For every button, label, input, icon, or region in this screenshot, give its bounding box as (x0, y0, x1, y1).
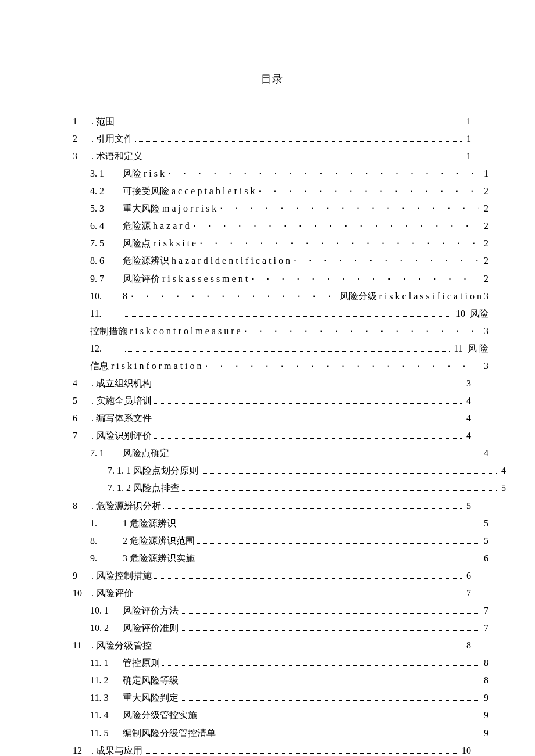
toc-leader (181, 622, 479, 631)
toc-leader (154, 640, 462, 648)
toc-page-number: 4 (482, 445, 488, 462)
toc-number: 8. (90, 532, 123, 550)
toc-label: . 风险控制措施 (91, 567, 152, 585)
toc-entry: 5. 实施全员培训4 (73, 392, 471, 410)
toc-number: 3 (73, 148, 91, 165)
toc-entry: 9.3 危险源辨识实施6 (73, 550, 488, 567)
toc-number: 11. (90, 305, 123, 323)
toc-page-number: 5 (464, 497, 471, 515)
toc-label: . 范围 (91, 113, 115, 130)
toc-number: 9. 7 (90, 270, 123, 288)
toc-number: 10. (90, 288, 123, 305)
toc-leader (172, 447, 479, 456)
toc-label: 1 危险源辨识 (123, 515, 176, 532)
toc-label: . 风险评价 (91, 585, 133, 602)
toc-label: 风险评价 r i s k a s s e s s m e n t (123, 270, 248, 288)
toc-continuation: 控制措施 r i s k c o n t r o l m e a s u r e… (73, 323, 488, 340)
toc-leader (218, 727, 479, 736)
toc-number: 11. 4 (90, 707, 123, 724)
toc-leader (145, 151, 462, 159)
toc-leader (179, 517, 479, 526)
toc-entry: 6. 4危险源 h a z a r d2 (73, 217, 488, 235)
toc-entry: 11. 3重大风险判定9 (73, 689, 488, 707)
toc-number: 11. 1 (90, 654, 123, 672)
toc-page-number: 5 (499, 479, 506, 497)
toc-label: . 术语和定义 (91, 148, 142, 165)
toc-entry: 7. 1. 1 风险点划分原则4 (73, 462, 506, 479)
toc-label: 风险评价方法 (123, 602, 179, 619)
toc-leader (219, 200, 479, 217)
toc-label: . 成果与应用 (91, 742, 142, 756)
toc-entry: 10 . 风险评价7 (73, 585, 471, 602)
toc-label: 可接受风险 a c c e p t a b l e r i s k (123, 182, 255, 200)
toc-label: 7. 1. 2 风险点排查 (108, 479, 180, 497)
toc-number: 4 (73, 375, 91, 392)
toc-entry: 8. 危险源辨识分析5 (73, 497, 471, 515)
toc-entry: 4. 成立组织机构3 (73, 375, 471, 392)
toc-label: . 危险源辨识分析 (91, 497, 161, 515)
toc-page-number: 5 (482, 532, 488, 550)
toc-leader (125, 307, 451, 316)
toc-entry: 11. 4风险分级管控实施9 (73, 707, 488, 724)
toc-page-number: 7 (464, 585, 471, 602)
toc-entry: 10. 1风险评价方法7 (73, 602, 488, 619)
toc-entry: 11. 2确定风险等级8 (73, 672, 488, 689)
toc-page-number: 7 (482, 602, 488, 619)
toc-number: 4. 2 (90, 182, 123, 200)
toc-page-number: 6 (482, 550, 488, 567)
toc-number: 5. 3 (90, 200, 123, 217)
toc-label: . 实施全员培训 (91, 392, 152, 410)
toc-entry: 7. 风险识别评价4 (73, 427, 471, 445)
toc-entry: 8.2 危险源辨识范围5 (73, 532, 488, 550)
toc-page-number: 3 (482, 357, 488, 375)
toc-leader (181, 605, 479, 614)
toc-trail: 风 险 (463, 340, 488, 357)
toc-number: 1 (73, 113, 91, 130)
table-of-contents: 1. 范围12. 引用文件13. 术语和定义13. 1风险 r i s k14.… (73, 113, 471, 756)
toc-page-number: 7 (482, 619, 488, 637)
toc-leader (182, 482, 497, 491)
toc-page-number: 8 (482, 672, 488, 689)
toc-leader (201, 465, 497, 474)
toc-page-number: 9 (482, 707, 488, 724)
toc-page-number: 1 (464, 148, 471, 165)
toc-entry: 11 . 风险分级管控8 (73, 637, 471, 654)
toc-label: 编制风险分级管控清单 (123, 725, 216, 742)
toc-entry: 11. 5编制风险分级管控清单9 (73, 725, 488, 742)
toc-number: 7. 5 (90, 235, 123, 252)
toc-page-number: 10 (459, 742, 471, 756)
toc-label: 风险评价准则 (123, 619, 179, 637)
toc-page-number: 1 (482, 165, 488, 182)
toc-entry: 5. 3重大风险 m a j o r r i s k2 (73, 200, 488, 217)
toc-number: 11. 5 (90, 725, 123, 742)
toc-leader (154, 569, 462, 578)
toc-label: 信息 r i s k i n f o r m a t i o n (90, 357, 202, 375)
toc-leader (154, 413, 462, 421)
toc-number: 7. 1 (90, 445, 123, 462)
toc-label-prefix: 8 (123, 288, 127, 305)
toc-leader (258, 183, 480, 199)
toc-leader (154, 430, 462, 439)
toc-number: 6. 4 (90, 217, 123, 235)
toc-entry: 11. 1管控原则8 (73, 654, 488, 672)
toc-entry: 3. 术语和定义1 (73, 148, 471, 165)
toc-number: 10 (73, 585, 91, 602)
toc-entry: 7. 1风险点确定4 (73, 445, 488, 462)
toc-page-number: 6 (464, 567, 471, 585)
page-title: 目录 (73, 70, 471, 89)
toc-page-number: 2 (482, 252, 488, 270)
toc-leader (167, 166, 479, 182)
toc-label: 7. 1. 1 风险点划分原则 (108, 462, 198, 479)
toc-label: 危险源 h a z a r d (123, 217, 190, 235)
toc-leader (293, 253, 479, 269)
toc-entry: 2. 引用文件1 (73, 130, 471, 148)
toc-entry: 4. 2可接受风险 a c c e p t a b l e r i s k2 (73, 182, 488, 200)
toc-entry: 7. 1. 2 风险点排查5 (73, 479, 506, 497)
toc-leader (181, 692, 479, 701)
toc-label: 确定风险等级 (123, 672, 179, 689)
toc-number: 6 (73, 410, 91, 427)
toc-leader (192, 218, 479, 234)
toc-number: 2 (73, 130, 91, 148)
toc-label: . 成立组织机构 (91, 375, 152, 392)
toc-label: 风险点 r i s k s i t e (123, 235, 196, 252)
